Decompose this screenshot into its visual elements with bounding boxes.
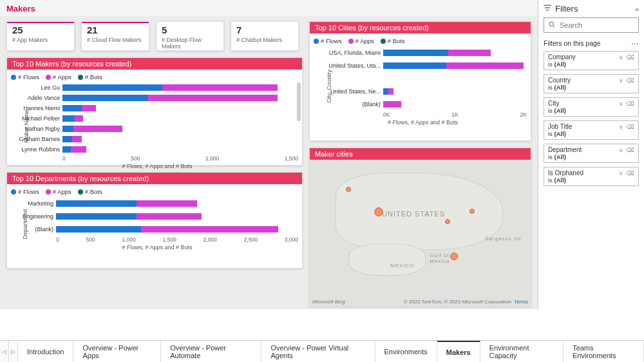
map-point[interactable] — [469, 209, 475, 214]
bar-segment[interactable] — [72, 136, 82, 142]
filters-section-more-icon[interactable]: ⋯ — [631, 39, 639, 48]
map[interactable]: UNITED STATES MEXICO Gulf of Mexico Sarg… — [310, 160, 531, 306]
kpi-card[interactable]: 21# Cloud Flow Makers — [81, 21, 149, 51]
map-point[interactable] — [346, 187, 351, 192]
kpi-value: 5 — [162, 24, 218, 35]
tabs-scroll-right[interactable]: ▷ — [9, 341, 18, 362]
filter-card[interactable]: Country∨⌫is (All) — [544, 74, 639, 93]
cities-ylabel: City, Country — [326, 70, 332, 102]
bar-segment[interactable] — [62, 84, 162, 91]
report-tab[interactable]: Overview - Power Virtual Agents — [261, 341, 375, 362]
report-tab[interactable]: Overview - Power Automate — [161, 341, 261, 362]
filter-card[interactable]: Is Orphaned∨⌫is (All) — [544, 167, 639, 186]
clear-filter-icon[interactable]: ⌫ — [626, 147, 634, 153]
report-tab[interactable]: Environments — [375, 341, 437, 362]
bar-segment[interactable] — [137, 213, 201, 220]
map-terms-link[interactable]: Terms — [514, 299, 528, 305]
clear-filter-icon[interactable]: ⌫ — [626, 170, 634, 176]
bar-row: Marketing — [16, 198, 298, 209]
top-cities-bars: USA, Florida, MiamiUnited States, Uta...… — [319, 47, 527, 110]
bar-segment[interactable] — [56, 226, 141, 233]
filter-field-name: Is Orphaned — [548, 169, 583, 176]
bar-segment[interactable] — [62, 146, 71, 153]
filter-field-name: Company — [548, 53, 576, 61]
bar-label: Marketing — [16, 200, 56, 207]
bar-row: Lynne Robbins — [16, 145, 298, 154]
bar-segment[interactable] — [162, 84, 278, 91]
report-tab[interactable]: Introduction — [18, 341, 73, 362]
filter-card[interactable]: Job Title∨⌫is (All) — [544, 120, 639, 140]
kpi-label: # Cloud Flow Makers — [87, 37, 144, 43]
report-tab[interactable]: Environment Capacity — [480, 341, 564, 362]
bar-segment[interactable] — [383, 62, 446, 69]
axis-tick: 0 — [62, 155, 66, 162]
legend-swatch-apps — [46, 75, 51, 80]
chevron-down-icon[interactable]: ∨ — [619, 77, 623, 84]
filter-field-name: Job Title — [548, 123, 572, 130]
svg-point-0 — [549, 22, 554, 26]
bar-row: USA, Florida, Miami — [319, 47, 527, 59]
clear-filter-icon[interactable]: ⌫ — [626, 77, 634, 84]
bar-segment[interactable] — [75, 115, 83, 122]
bar-segment[interactable] — [56, 200, 137, 207]
map-point[interactable] — [450, 252, 458, 260]
top-departments-bars: MarketingEngineering(Blank) — [16, 198, 298, 235]
filter-card[interactable]: Company∨⌫is (All) — [544, 51, 639, 70]
bar-segment[interactable] — [56, 213, 137, 220]
bar-segment[interactable] — [383, 101, 401, 108]
report-tab[interactable]: Overview - Power Apps — [73, 341, 161, 362]
bar-segment[interactable] — [62, 126, 73, 132]
chevron-down-icon[interactable]: ∨ — [619, 54, 623, 61]
chevron-down-icon[interactable]: ∨ — [619, 100, 623, 107]
bar-segment[interactable] — [62, 136, 72, 142]
filter-value: is (All) — [548, 61, 634, 68]
chart-legend: # Flows # Apps # Bots — [11, 188, 298, 195]
bar-segment[interactable] — [71, 146, 86, 153]
chevron-down-icon[interactable]: ∨ — [619, 170, 623, 176]
bar-segment[interactable] — [62, 105, 82, 111]
map-credits: © 2023 TomTom, © 2023 Microsoft Corporat… — [404, 299, 511, 305]
bar-segment[interactable] — [141, 226, 278, 233]
filters-search[interactable] — [544, 17, 639, 33]
kpi-card[interactable]: 25# App Makers — [6, 21, 75, 51]
bar-segment[interactable] — [62, 95, 148, 101]
bar-segment[interactable] — [388, 88, 393, 95]
filter-value: is (All) — [548, 176, 634, 184]
clear-filter-icon[interactable]: ⌫ — [626, 100, 634, 107]
filter-card[interactable]: Department∨⌫is (All) — [544, 144, 639, 163]
filters-title: Filters — [555, 4, 578, 14]
top-departments-card: Top 10 Departments (by resources created… — [6, 172, 303, 269]
map-point[interactable] — [374, 207, 383, 216]
bar-segment[interactable] — [446, 62, 524, 69]
chevron-down-icon[interactable]: ∨ — [619, 147, 623, 153]
bar-segment[interactable] — [137, 200, 197, 207]
chevron-down-icon[interactable]: ∨ — [619, 124, 623, 130]
kpi-card[interactable]: 7# Chatbot Makers — [231, 21, 299, 51]
top-cities-card: Top 10 Cities (by resources created) # F… — [309, 21, 531, 141]
kpi-value: 21 — [87, 24, 144, 35]
report-tab[interactable]: Teams Environments — [564, 341, 644, 362]
map-point[interactable] — [445, 219, 450, 224]
kpi-card[interactable]: 5# Desktop Flow Makers — [156, 21, 224, 51]
clear-filter-icon[interactable]: ⌫ — [626, 54, 634, 61]
clear-filter-icon[interactable]: ⌫ — [626, 124, 634, 130]
bar-segment[interactable] — [383, 88, 388, 95]
bar-row: Adele Vance — [16, 93, 298, 102]
filters-search-input[interactable] — [560, 21, 634, 29]
depts-ylabel: Department — [22, 209, 28, 239]
tabs-scroll-left[interactable]: ◁ — [0, 341, 9, 362]
bar-segment[interactable] — [148, 95, 277, 101]
filter-card[interactable]: City∨⌫is (All) — [544, 97, 639, 117]
filter-field-name: Department — [548, 146, 582, 153]
bar-segment[interactable] — [62, 115, 75, 122]
collapse-filters-icon[interactable]: » — [635, 5, 639, 13]
cities-axis-title: # Flows, # Apps and # Bots — [319, 119, 527, 126]
bar-segment[interactable] — [82, 105, 96, 111]
kpi-cards-row: 25# App Makers21# Cloud Flow Makers5# De… — [6, 21, 303, 51]
bar-segment[interactable] — [73, 126, 122, 132]
report-tab[interactable]: Makers — [437, 341, 480, 362]
axis-tick: 2,500 — [244, 236, 258, 243]
legend-swatch-bots — [78, 75, 83, 80]
bar-segment[interactable] — [383, 50, 448, 56]
bar-segment[interactable] — [448, 50, 491, 56]
